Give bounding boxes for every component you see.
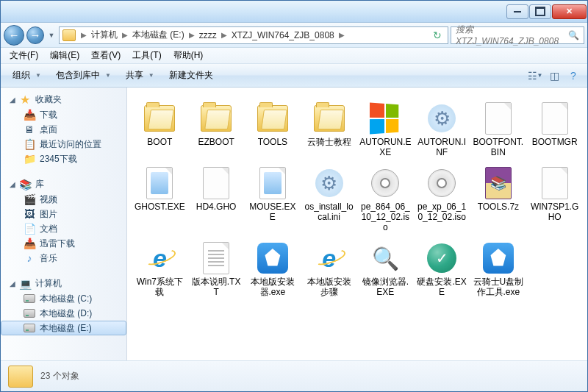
- file-item[interactable]: GHOST.EXE: [132, 163, 188, 236]
- file-item[interactable]: BOOTFONT.BIN: [470, 98, 527, 161]
- file-icon: [312, 101, 347, 135]
- file-label: GHOST.EXE: [135, 202, 185, 212]
- file-item[interactable]: 本地版安装器.exe: [245, 238, 301, 301]
- sidebar-item-drive-e[interactable]: 本地磁盘 (E:): [1, 321, 126, 335]
- folder-icon: [8, 366, 33, 388]
- file-item[interactable]: TOOLS: [245, 98, 301, 161]
- organize-button[interactable]: 组织▼: [5, 66, 49, 85]
- toolbar: 组织▼ 包含到库中▼ 共享▼ 新建文件夹 ☷ ▼ ◫ ?: [1, 64, 587, 88]
- new-folder-button[interactable]: 新建文件夹: [162, 66, 220, 85]
- file-item[interactable]: ✓硬盘安装.EXE: [414, 238, 470, 301]
- view-options-icon[interactable]: ☷ ▼: [527, 68, 543, 84]
- share-button[interactable]: 共享▼: [118, 66, 162, 85]
- file-label: 本地版安装步骤: [303, 277, 355, 297]
- breadcrumb-item[interactable]: 计算机: [88, 27, 121, 43]
- menu-tools[interactable]: 工具(T): [126, 49, 167, 63]
- sidebar-item-drive-d[interactable]: 本地磁盘 (D:): [1, 306, 126, 321]
- file-label: WIN7SP1.GHO: [528, 202, 581, 222]
- help-icon[interactable]: ?: [565, 68, 581, 84]
- folder-icon: [62, 29, 76, 41]
- file-icon: [368, 101, 403, 135]
- file-label: EZBOOT: [198, 137, 234, 147]
- sidebar-computer[interactable]: ◢💻计算机: [1, 276, 126, 291]
- sidebar-item-desktop[interactable]: 🖥桌面: [1, 122, 126, 137]
- include-library-button[interactable]: 包含到库中▼: [49, 66, 118, 85]
- file-icon: [312, 241, 347, 275]
- file-label: pe_864_06_10_12_02.iso: [359, 202, 412, 232]
- minimize-button[interactable]: [506, 4, 528, 19]
- file-item[interactable]: os_install_local.ini: [301, 163, 357, 236]
- refresh-icon[interactable]: ↻: [430, 29, 445, 41]
- sidebar-libraries[interactable]: ◢📚库: [1, 177, 126, 192]
- file-item[interactable]: WIN7SP1.GHO: [526, 163, 583, 236]
- breadcrumb-item[interactable]: zzzz: [196, 27, 220, 43]
- file-item[interactable]: 版本说明.TXT: [188, 238, 245, 301]
- menu-edit[interactable]: 编辑(E): [44, 49, 85, 63]
- sidebar-item-2345[interactable]: 📁2345下载: [1, 152, 126, 166]
- file-item[interactable]: TOOLS.7z: [470, 163, 527, 236]
- file-label: AUTORUN.EXE: [359, 137, 412, 157]
- file-item[interactable]: 本地版安装步骤: [301, 238, 357, 301]
- sidebar-item-recent[interactable]: 📋最近访问的位置: [1, 137, 126, 152]
- search-box[interactable]: 搜索 XTZJ_WIN764_ZJB_0808 🔍: [451, 26, 584, 44]
- file-icon: [198, 241, 234, 275]
- file-icon: [312, 166, 347, 200]
- sidebar-favorites[interactable]: ◢★收藏夹: [1, 92, 126, 107]
- file-icon: [481, 101, 516, 135]
- history-dropdown[interactable]: ▼: [46, 28, 57, 43]
- file-label: pe_xp_06_10_12_02.iso: [416, 202, 468, 222]
- file-icon: [481, 241, 516, 275]
- file-list[interactable]: BOOTEZBOOTTOOLS云骑士教程AUTORUN.EXEAUTORUN.I…: [127, 88, 587, 360]
- forward-button[interactable]: →: [26, 26, 44, 44]
- breadcrumb-item[interactable]: XTZJ_WIN764_ZJB_0808: [229, 27, 337, 43]
- sidebar: ◢★收藏夹 📥下载 🖥桌面 📋最近访问的位置 📁2345下载 ◢📚库 🎬视频 🖼…: [1, 88, 127, 360]
- file-item[interactable]: 🔍镜像浏览器.EXE: [357, 238, 414, 301]
- file-item[interactable]: HD4.GHO: [188, 163, 245, 236]
- status-text: 23 个对象: [40, 370, 79, 382]
- file-icon: [142, 101, 177, 135]
- menu-view[interactable]: 查看(V): [85, 49, 126, 63]
- sidebar-item-videos[interactable]: 🎬视频: [1, 192, 126, 207]
- file-icon: [198, 101, 234, 135]
- file-item[interactable]: 云骑士U盘制作工具.exe: [470, 238, 527, 301]
- back-button[interactable]: ←: [4, 25, 24, 46]
- file-item[interactable]: BOOT: [132, 98, 188, 161]
- preview-pane-icon[interactable]: ◫: [546, 68, 562, 84]
- file-icon: [255, 241, 290, 275]
- file-item[interactable]: pe_xp_06_10_12_02.iso: [414, 163, 470, 236]
- address-bar[interactable]: ▶ 计算机▶ 本地磁盘 (E:)▶ zzzz▶ XTZJ_WIN764_ZJB_…: [59, 26, 448, 44]
- file-icon: [142, 166, 177, 200]
- status-bar: 23 个对象: [1, 360, 587, 391]
- file-icon: [255, 166, 290, 200]
- file-label: 云骑士U盘制作工具.exe: [473, 277, 525, 297]
- file-icon: [481, 166, 516, 200]
- file-item[interactable]: AUTORUN.INF: [414, 98, 470, 161]
- search-placeholder: 搜索 XTZJ_WIN764_ZJB_0808: [456, 24, 568, 46]
- file-item[interactable]: pe_864_06_10_12_02.iso: [357, 163, 414, 236]
- file-item[interactable]: BOOTMGR: [526, 98, 583, 161]
- nav-bar: ← → ▼ ▶ 计算机▶ 本地磁盘 (E:)▶ zzzz▶ XTZJ_WIN76…: [1, 23, 587, 48]
- file-item[interactable]: AUTORUN.EXE: [357, 98, 414, 161]
- close-button[interactable]: [552, 4, 587, 19]
- sidebar-item-drive-c[interactable]: 本地磁盘 (C:): [1, 291, 126, 306]
- file-label: os_install_local.ini: [303, 202, 355, 222]
- file-item[interactable]: MOUSE.EXE: [245, 163, 301, 236]
- sidebar-item-pictures[interactable]: 🖼图片: [1, 207, 126, 221]
- sidebar-item-downloads[interactable]: 📥下载: [1, 107, 126, 122]
- file-label: Win7系统下载: [134, 277, 186, 297]
- maximize-button[interactable]: [529, 4, 551, 19]
- sidebar-item-xunlei[interactable]: 📥迅雷下载: [1, 236, 126, 251]
- breadcrumb-item[interactable]: 本地磁盘 (E:): [129, 27, 187, 43]
- menu-help[interactable]: 帮助(H): [168, 49, 209, 63]
- menu-file[interactable]: 文件(F): [4, 49, 44, 63]
- sidebar-item-documents[interactable]: 📄文档: [1, 221, 126, 236]
- file-item[interactable]: Win7系统下载: [132, 238, 188, 301]
- file-icon: [424, 166, 459, 200]
- file-label: 云骑士教程: [307, 137, 351, 147]
- sidebar-item-music[interactable]: ♪音乐: [1, 251, 126, 266]
- file-label: BOOT: [147, 137, 172, 147]
- file-label: BOOTFONT.BIN: [473, 137, 525, 157]
- file-item[interactable]: 云骑士教程: [301, 98, 357, 161]
- file-item[interactable]: EZBOOT: [188, 98, 245, 161]
- file-label: 镜像浏览器.EXE: [359, 277, 412, 297]
